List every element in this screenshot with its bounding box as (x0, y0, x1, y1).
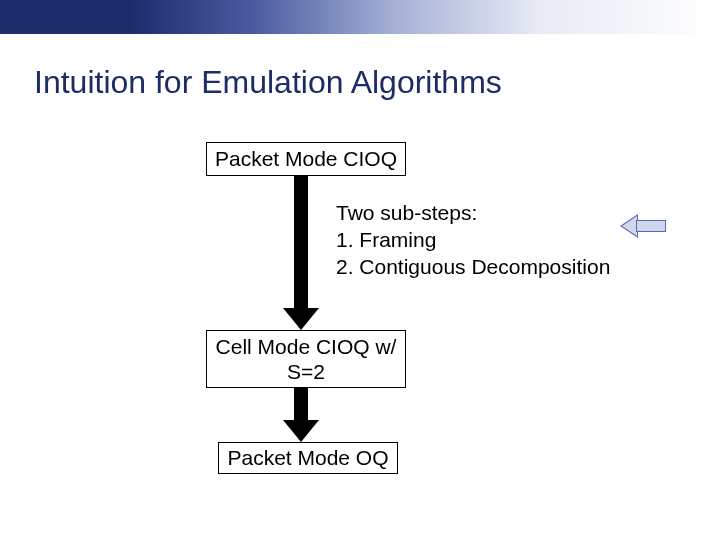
arrow-left-icon (620, 216, 666, 236)
box-cell-mode-cioq: Cell Mode CIOQ w/ S=2 (206, 330, 406, 388)
box-middle-line1: Cell Mode CIOQ w/ (216, 334, 397, 359)
box-bottom-label: Packet Mode OQ (227, 445, 388, 470)
box-packet-mode-cioq: Packet Mode CIOQ (206, 142, 406, 176)
substeps-header: Two sub-steps: (336, 200, 610, 227)
box-top-label: Packet Mode CIOQ (215, 146, 397, 171)
arrow-down-icon (294, 176, 308, 308)
arrow-down-icon (294, 388, 308, 420)
box-packet-mode-oq: Packet Mode OQ (218, 442, 398, 474)
slide-title: Intuition for Emulation Algorithms (34, 64, 502, 101)
box-middle-line2: S=2 (287, 359, 325, 384)
substeps-text: Two sub-steps: 1. Framing 2. Contiguous … (336, 200, 610, 281)
header-gradient-bar (0, 0, 720, 34)
substeps-step1: 1. Framing (336, 227, 610, 254)
substeps-step2: 2. Contiguous Decomposition (336, 254, 610, 281)
